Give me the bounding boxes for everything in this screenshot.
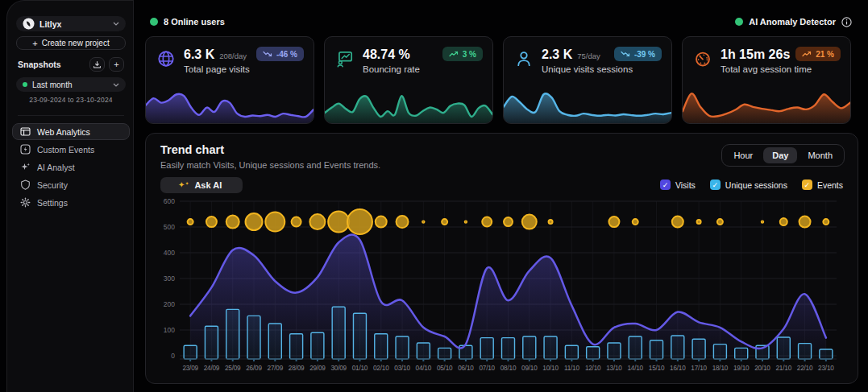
legend-label: Events: [817, 180, 843, 190]
stat-label: Total avg session time: [721, 64, 812, 74]
y-tick-label: 400: [164, 249, 175, 257]
unique-sessions-bar: [375, 334, 388, 359]
chart-legend: ✓ Visits ✓ Unique sessions ✓ Events: [660, 179, 843, 190]
sidebar: Litlyx + Create new project Snapshots + …: [6, 0, 134, 392]
create-project-button[interactable]: + Create new project: [16, 36, 126, 50]
ask-ai-button[interactable]: ✦✦ Ask AI: [160, 177, 243, 193]
trend-chart[interactable]: 010020030040050060023/0924/0925/0926/092…: [156, 198, 849, 378]
trend-up-icon: [449, 51, 459, 57]
sidebar-item-ai-analyst[interactable]: AI Analyst: [12, 159, 130, 175]
x-tick-label: 30/09: [330, 365, 347, 372]
events-bubble: [633, 219, 638, 225]
online-status-dot: [150, 18, 158, 26]
user-icon: [514, 49, 534, 68]
x-tick-label: 11/10: [564, 365, 580, 372]
snapshot-range-select[interactable]: Last month: [16, 77, 126, 92]
sidebar-item-label: Security: [37, 180, 68, 190]
unique-sessions-bar: [629, 336, 642, 359]
add-snapshot-button[interactable]: +: [109, 57, 124, 72]
unique-sessions-bar: [587, 347, 600, 359]
unique-sessions-bar: [799, 344, 812, 359]
events-bubble: [549, 220, 553, 224]
trend-badge: 21 %: [795, 47, 841, 61]
sidebar-item-security[interactable]: Security: [12, 176, 130, 193]
x-tick-label: 04/10: [416, 365, 432, 372]
sparkline-bouncing-rate: [325, 86, 492, 123]
x-tick-label: 27/09: [268, 365, 284, 372]
topbar: 8 Online users AI Anomaly Detector: [150, 14, 852, 29]
sidebar-item-label: Web Analytics: [37, 127, 90, 137]
unique-sessions-bar: [777, 337, 790, 359]
sidebar-item-web-analytics[interactable]: Web Analytics: [12, 123, 130, 140]
litlyx-logo-icon: [23, 18, 35, 30]
events-bubble: [761, 221, 763, 223]
legend-visits[interactable]: ✓ Visits: [660, 179, 696, 190]
stat-per-day: 208/day: [219, 52, 247, 60]
events-bubble: [206, 217, 217, 227]
x-tick-label: 28/09: [289, 365, 305, 372]
events-bubble: [823, 219, 829, 225]
y-tick-label: 100: [164, 326, 175, 334]
legend-label: Unique sessions: [725, 180, 787, 190]
stat-label: Bouncing rate: [363, 64, 420, 74]
unique-sessions-bar: [332, 307, 345, 359]
trend-down-icon: [621, 51, 630, 57]
events-bubble: [292, 217, 301, 227]
unique-sessions-bar: [268, 324, 281, 359]
stat-card-avg-session-time: 1h 15m 26s Total avg session time 21 %: [682, 36, 851, 124]
sidebar-item-custom-events[interactable]: Custom Events: [12, 141, 130, 158]
range-button-hour[interactable]: Hour: [725, 147, 762, 163]
info-icon[interactable]: [841, 17, 852, 27]
legend-events[interactable]: ✓ Events: [802, 179, 843, 190]
unique-sessions-bar: [692, 339, 705, 359]
snapshots-label: Snapshots: [18, 60, 85, 69]
events-bubble: [328, 212, 349, 233]
x-tick-label: 08/10: [500, 365, 517, 372]
x-tick-label: 06/10: [458, 365, 474, 372]
y-tick-label: 0: [171, 352, 175, 360]
sidebar-nav: Web Analytics Custom Events AI Analyst: [12, 123, 130, 211]
snapshot-date-range: 23-09-2024 to 23-10-2024: [7, 96, 135, 104]
badge-value: 21 %: [816, 50, 834, 59]
unique-sessions-bar: [184, 345, 197, 359]
events-checkbox[interactable]: ✓: [802, 179, 812, 190]
range-button-month[interactable]: Month: [799, 147, 841, 163]
x-tick-label: 24/09: [204, 365, 220, 372]
project-name: Litlyx: [39, 19, 108, 29]
legend-unique-sessions[interactable]: ✓ Unique sessions: [710, 179, 787, 190]
badge-value: -46 %: [276, 50, 297, 59]
x-tick-label: 01/10: [352, 365, 368, 372]
range-button-day[interactable]: Day: [763, 147, 797, 163]
project-selector[interactable]: Litlyx: [16, 16, 126, 31]
unique-sessions-bar: [226, 309, 239, 359]
x-tick-label: 23/09: [182, 365, 198, 372]
custom-events-icon: [20, 144, 31, 155]
y-tick-label: 300: [164, 274, 175, 283]
x-tick-label: 12/10: [585, 365, 601, 372]
sidebar-divider: [18, 115, 124, 116]
export-snapshot-button[interactable]: [89, 57, 105, 72]
sidebar-item-settings[interactable]: Settings: [12, 194, 130, 211]
x-tick-label: 09/10: [521, 365, 538, 372]
unique-sessions-bar: [544, 336, 557, 359]
events-bubble: [780, 218, 787, 225]
x-tick-label: 21/10: [776, 365, 792, 372]
unique-sessions-bar: [290, 334, 303, 359]
events-bubble: [608, 217, 619, 227]
trend-down-icon: [263, 51, 272, 57]
time-range-segmented-control: Hour Day Month: [721, 144, 845, 167]
events-bubble: [504, 217, 513, 226]
trend-up-icon: [802, 51, 812, 57]
x-tick-label: 17/10: [691, 365, 707, 372]
visits-checkbox[interactable]: ✓: [660, 179, 671, 190]
x-tick-label: 03/10: [394, 365, 410, 372]
unique-sessions-bar: [247, 316, 260, 359]
unique-sessions-checkbox[interactable]: ✓: [710, 179, 721, 190]
anomaly-detector-label: AI Anomaly Detector: [749, 17, 836, 27]
unique-sessions-bar: [480, 338, 493, 359]
create-project-label: Create new project: [42, 39, 110, 47]
x-tick-label: 07/10: [479, 365, 495, 372]
events-bubble: [376, 217, 387, 228]
sidebar-item-label: Custom Events: [37, 145, 94, 155]
events-bubble: [422, 221, 425, 223]
